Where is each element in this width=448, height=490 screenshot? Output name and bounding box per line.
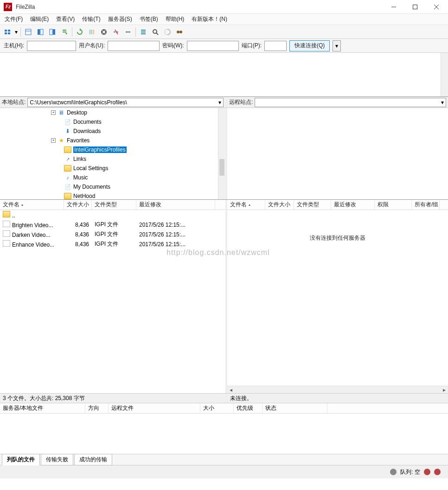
port-label: 端口(P): [242,42,262,50]
host-label: 主机(H): [4,42,24,50]
port-input[interactable] [264,41,287,51]
tree-item[interactable]: +Favorites [0,136,225,145]
local-path-value: C:\Users\wzwcml\IntelGraphicsProfiles\ [30,99,127,106]
host-input[interactable] [27,41,76,51]
transfer-queue: 服务器/本地文件方向远程文件大小优先级状态 [0,403,448,454]
remote-list-status: 未连接。 [227,394,448,403]
maximize-button[interactable] [404,0,426,14]
svg-rect-11 [40,29,43,35]
column-header[interactable]: 最近修改 [331,200,375,210]
remote-path-combo[interactable]: ▾ [255,98,446,107]
toggle-remotetree-button[interactable] [47,26,58,38]
trees-row: +DesktopDocumentsDownloads+FavoritesInte… [0,108,448,200]
svg-point-32 [179,31,182,33]
music-icon [64,174,71,181]
queue-body[interactable] [0,414,448,454]
log-scrollbar[interactable] [441,53,448,96]
file-icon [3,230,10,237]
column-header[interactable]: 文件大小 [64,200,92,210]
svg-point-24 [126,31,128,32]
doc-icon [64,119,71,125]
remote-tree[interactable] [227,108,448,199]
expander-icon[interactable]: + [51,138,56,143]
menu-server[interactable]: 服务器(S) [105,14,135,24]
pass-input[interactable] [187,41,239,51]
compare-button[interactable] [162,26,173,38]
minimize-button[interactable] [383,0,404,14]
quickconnect-bar: 主机(H): 用户名(U): 密码(W): 端口(P): 快速连接(Q) ▾ [0,39,448,53]
column-header[interactable]: 文件名▴ [227,200,265,210]
pass-label: 密码(W): [162,42,184,50]
column-header[interactable]: 权限 [375,200,412,210]
tree-item[interactable]: My Documents [0,182,225,191]
local-list[interactable]: 文件名▴文件大小文件类型最近修改 ..Brighten Video...8,43… [0,200,227,393]
column-header[interactable]: 文件名▴ [0,200,64,210]
menu-view[interactable]: 查看(V) [53,14,77,24]
column-header[interactable]: 优先级 [234,403,262,413]
tree-item[interactable]: +Desktop [0,108,225,117]
refresh-button[interactable] [74,26,85,38]
menu-edit[interactable]: 编辑(E) [27,14,51,24]
column-header[interactable]: 文件类型 [92,200,136,210]
svg-rect-8 [26,29,31,35]
sitemanager-dropdown[interactable]: ▾ [14,26,19,38]
svg-point-29 [153,30,157,33]
queue-tab-failed[interactable]: 传输失败 [41,454,73,465]
list-row[interactable]: Enhance Video...8,436IGPI 文件2017/5/26 12… [0,239,225,249]
quickconnect-history-dropdown[interactable]: ▾ [333,40,341,51]
queue-status-label: 队列: 空 [400,468,420,476]
tree-item[interactable]: Documents [0,117,225,127]
folder-icon [64,193,71,199]
local-tree[interactable]: +DesktopDocumentsDownloads+FavoritesInte… [0,108,227,199]
column-header[interactable]: 文件大小 [265,200,294,210]
expander-icon[interactable]: + [51,110,56,115]
sitemanager-button[interactable] [2,26,13,38]
tree-item[interactable]: NetHood [0,191,225,199]
toolbar: ▾ [0,25,448,39]
search-button[interactable] [150,26,161,38]
disconnect-button[interactable] [110,26,122,38]
sync-browse-button[interactable] [174,26,185,38]
list-row[interactable]: Darken Video...8,436IGPI 文件2017/5/26 12:… [0,229,225,239]
log-pane[interactable] [0,53,448,97]
toggle-log-button[interactable] [23,26,34,38]
column-header[interactable]: 文件类型 [294,200,331,210]
column-header[interactable]: 方向 [85,403,109,413]
tree-item[interactable]: Music [0,173,225,182]
quickconnect-button[interactable]: 快速连接(Q) [289,40,330,51]
cancel-button[interactable] [98,26,109,38]
toggle-queue-button[interactable] [59,26,70,38]
column-header[interactable]: 最近修改 [136,200,215,210]
queue-tab-success[interactable]: 成功的传输 [74,454,112,465]
column-header[interactable]: 大小 [200,403,234,413]
close-button[interactable] [426,0,447,14]
menu-transfer[interactable]: 传输(T) [79,14,103,24]
column-header[interactable]: 远程文件 [109,403,200,413]
user-input[interactable] [108,41,160,51]
local-path-combo[interactable]: C:\Users\wzwcml\IntelGraphicsProfiles\ ▾ [27,98,224,107]
tree-item[interactable]: Links [0,154,225,164]
queue-tab-queued[interactable]: 列队的文件 [2,454,40,465]
list-row[interactable]: Brighten Video...8,436IGPI 文件2017/5/26 1… [0,220,225,229]
tree-item[interactable]: IntelGraphicsProfiles [0,145,225,154]
menu-file[interactable]: 文件(F) [2,14,26,24]
tree-item[interactable]: Downloads [0,127,225,136]
local-tree-scrollbar[interactable] [218,108,225,199]
filter-button[interactable] [138,26,149,38]
column-header[interactable]: 状态 [262,403,327,413]
reconnect-button[interactable] [122,26,134,38]
toggle-localtree-button[interactable] [35,26,46,38]
menu-bookmarks[interactable]: 书签(B) [137,14,161,24]
remote-hscrollbar[interactable]: ◂▸ [227,386,448,393]
svg-rect-13 [53,29,55,35]
tree-item[interactable]: Local Settings [0,164,225,173]
column-header[interactable]: 服务器/本地文件 [0,403,85,413]
svg-rect-7 [8,32,10,34]
process-queue-button[interactable] [86,26,97,38]
svg-rect-5 [8,30,10,32]
column-header[interactable]: 所有者/组 [412,200,440,210]
remote-list[interactable]: 文件名▴文件大小文件类型最近修改权限所有者/组 没有连接到任何服务器 ◂▸ [227,200,448,393]
menu-newversion[interactable]: 有新版本！(N) [189,14,230,24]
list-row[interactable]: .. [0,210,225,220]
menu-help[interactable]: 帮助(H) [163,14,187,24]
